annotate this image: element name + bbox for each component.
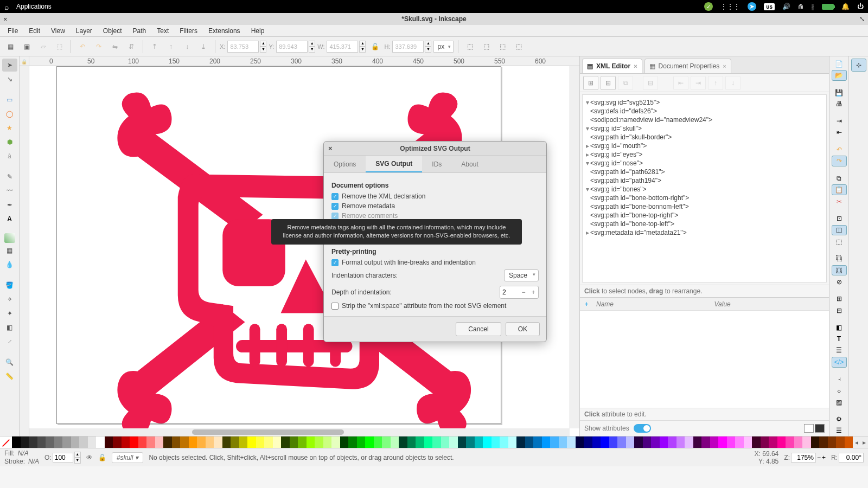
eraser-tool-icon[interactable]: ◧: [2, 321, 17, 334]
palette-swatch[interactable]: [710, 436, 719, 448]
menu-object[interactable]: Object: [99, 26, 126, 36]
palette-swatch[interactable]: [122, 436, 130, 448]
guides-lock-icon[interactable]: [21, 57, 27, 65]
selector-tool-icon[interactable]: ➤: [2, 59, 17, 72]
palette-swatch[interactable]: [542, 436, 551, 448]
palette-swatch[interactable]: [769, 436, 777, 448]
palette-swatch[interactable]: [391, 436, 399, 448]
palette-swatch[interactable]: [794, 436, 803, 448]
palette-swatch[interactable]: [222, 436, 231, 448]
palette-swatch[interactable]: [744, 436, 752, 448]
palette-swatch[interactable]: [206, 436, 214, 448]
palette-swatch[interactable]: [113, 436, 122, 448]
text-tool-icon[interactable]: A: [2, 213, 17, 226]
fill-stroke-icon[interactable]: ◧: [832, 322, 847, 332]
deselect-icon[interactable]: ▱: [36, 40, 50, 54]
toggle-selection-icon[interactable]: ⬚: [52, 40, 66, 54]
h-down[interactable]: ▼: [425, 47, 431, 53]
menu-edit[interactable]: Edit: [24, 26, 44, 36]
transform-icon[interactable]: ⟐: [832, 386, 847, 396]
unit-select[interactable]: px: [433, 41, 454, 53]
palette-swatch[interactable]: [163, 436, 172, 448]
palette-swatch[interactable]: [492, 436, 500, 448]
lock-wh-icon[interactable]: 🔓: [368, 40, 382, 54]
horizontal-ruler[interactable]: 0 50 100 150 200 250 300 350 400 450 500…: [20, 56, 579, 66]
align-icon[interactable]: ⫞: [832, 374, 847, 384]
preferences-icon[interactable]: ☰: [832, 426, 847, 436]
rotate-cw-icon[interactable]: ↷: [92, 40, 106, 54]
battery-icon[interactable]: [822, 4, 834, 10]
palette-swatch[interactable]: [365, 436, 374, 448]
attribute-list[interactable]: [580, 310, 829, 408]
vertical-scrollbar[interactable]: [570, 66, 579, 428]
palette-swatch[interactable]: [231, 436, 239, 448]
palette-swatch[interactable]: [138, 436, 147, 448]
dialog-tab-ids[interactable]: IDs: [422, 156, 451, 172]
palette-swatch[interactable]: [357, 436, 366, 448]
stroke-value[interactable]: N/A: [28, 458, 39, 465]
palette-swatch[interactable]: [592, 436, 601, 448]
palette-swatch[interactable]: [802, 436, 811, 448]
palette-swatch[interactable]: [281, 436, 290, 448]
menu-layer[interactable]: Layer: [72, 26, 97, 36]
window-close-icon[interactable]: ×: [3, 15, 8, 23]
palette-swatch[interactable]: [382, 436, 391, 448]
zoom-drawing-icon[interactable]: ⬚: [832, 236, 847, 247]
h-up[interactable]: ▲: [425, 41, 431, 47]
horizontal-scrollbar[interactable]: [29, 428, 570, 436]
opacity-up[interactable]: ▲: [74, 452, 81, 458]
clone-icon[interactable]: ⿴: [832, 265, 847, 276]
indent-depth-input[interactable]: [500, 287, 519, 298]
palette-swatch[interactable]: [189, 436, 197, 448]
visibility-icon[interactable]: 👁: [86, 454, 93, 461]
text-dialog-icon[interactable]: T: [832, 334, 847, 344]
xml-editor-icon[interactable]: </>: [832, 357, 847, 368]
palette-swatch[interactable]: [533, 436, 542, 448]
palette-swatch[interactable]: [79, 436, 88, 448]
palette-swatch[interactable]: [239, 436, 248, 448]
cut-icon[interactable]: ✂: [832, 196, 847, 207]
palette-swatch[interactable]: [172, 436, 181, 448]
palette-swatch[interactable]: [130, 436, 138, 448]
palette-swatch[interactable]: [617, 436, 626, 448]
palette-swatch[interactable]: [693, 436, 702, 448]
palette-swatch[interactable]: [601, 436, 609, 448]
rotate-ccw-icon[interactable]: ↶: [75, 40, 90, 54]
palette-swatch[interactable]: [458, 436, 467, 448]
palette-none[interactable]: [0, 436, 12, 448]
gradient-tool-icon[interactable]: [4, 233, 15, 243]
palette-swatch[interactable]: [516, 436, 525, 448]
xml-node[interactable]: ▾<svg:svg id="svg5215">: [585, 98, 824, 107]
dropper-tool-icon[interactable]: 💧: [2, 258, 17, 271]
document-properties-icon[interactable]: ⚙: [832, 414, 847, 425]
palette-swatch[interactable]: [718, 436, 727, 448]
3dbox-tool-icon[interactable]: ⬢: [2, 136, 17, 149]
print-icon[interactable]: 🖶: [832, 99, 847, 109]
palette-swatch[interactable]: [660, 436, 668, 448]
palette-swatch[interactable]: [500, 436, 508, 448]
close-xml-tab-icon[interactable]: ×: [634, 63, 637, 69]
palette-swatch[interactable]: [525, 436, 534, 448]
flip-h-icon[interactable]: ⇋: [108, 40, 122, 54]
move-down-node-icon[interactable]: ↓: [725, 76, 741, 90]
palette-swatch[interactable]: [836, 436, 845, 448]
flip-v-icon[interactable]: ⇵: [124, 40, 138, 54]
unlink-clone-icon[interactable]: ⊘: [832, 277, 847, 287]
node-tool-icon[interactable]: ↘: [2, 73, 17, 86]
palette-swatch[interactable]: [701, 436, 710, 448]
palette-swatch[interactable]: [399, 436, 407, 448]
enable-snapping-icon[interactable]: ⊹: [851, 59, 866, 72]
palette-swatch[interactable]: [54, 436, 63, 448]
current-layer-selector[interactable]: #skull ▾: [112, 452, 144, 463]
opacity-input[interactable]: [53, 453, 73, 463]
palette-swatch[interactable]: [46, 436, 54, 448]
zoom-out-icon[interactable]: −: [817, 454, 821, 461]
w-down[interactable]: ▼: [359, 47, 366, 53]
palette-swatch[interactable]: [323, 436, 332, 448]
chk-remove-xml-decl[interactable]: [331, 193, 339, 200]
star-tool-icon[interactable]: ★: [2, 121, 17, 134]
palette-swatch[interactable]: [752, 436, 761, 448]
menu-filters[interactable]: Filters: [175, 26, 202, 36]
palette-swatch[interactable]: [96, 436, 105, 448]
menu-text[interactable]: Text: [152, 26, 173, 36]
